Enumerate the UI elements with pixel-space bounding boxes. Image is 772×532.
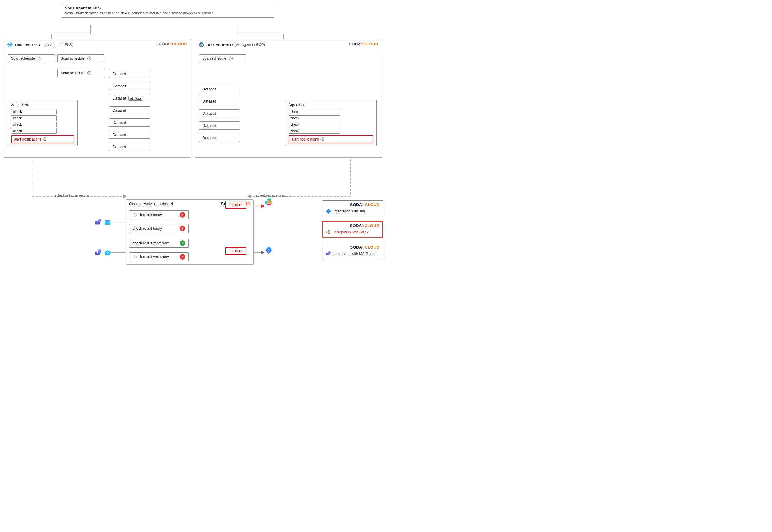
agent-box: Soda Agent in EKS Soda Library deployed … (61, 3, 274, 18)
result-1-badge: ! (180, 212, 185, 218)
incident-2[interactable]: incident (226, 247, 247, 255)
jira-icon-notif: J (265, 246, 273, 254)
slack-icon-card (326, 229, 332, 235)
check-d-4[interactable]: check (289, 128, 340, 134)
datasource-c-sub: (via Agent in EKS) (43, 43, 73, 47)
integration-teams-row: T Integration with MS Teams (325, 251, 380, 257)
alert-c-label: alert notifications (14, 137, 41, 142)
integration-slack-row: Integration with Slack (326, 229, 379, 235)
slack-icon-alert-c (43, 137, 47, 142)
dataset-c-3[interactable]: Dataset attribute (109, 94, 150, 102)
clock-icon-1 (37, 56, 42, 61)
result-2-label: check result today (132, 226, 162, 231)
soda-logo-jira: SODA':CLOUD (325, 202, 380, 207)
dataset-c-2-label: Dataset (112, 84, 126, 88)
integration-teams: SODA':CLOUD T Integration with MS Teams (322, 243, 383, 259)
scan-schedule-c-1-label: Scan schedule (11, 56, 35, 61)
diagram: Soda Agent in EKS Soda Library deployed … (0, 0, 386, 266)
check-d-1[interactable]: check (289, 109, 340, 114)
svg-point-43 (12, 44, 13, 45)
svg-text:T: T (97, 252, 98, 254)
notification-icons-4: J (265, 246, 273, 254)
svg-point-41 (10, 47, 11, 48)
scan-schedule-c-2[interactable]: Scan schedule (57, 54, 104, 62)
result-row-3[interactable]: check result yesterday ✓ (129, 239, 188, 248)
result-2-badge: ! (180, 226, 185, 231)
dataset-c-3-label: Dataset (112, 96, 126, 100)
dataset-c-1[interactable]: Dataset (109, 70, 150, 78)
teams-icon-2: T (94, 249, 102, 257)
dataset-c-2[interactable]: Dataset (109, 82, 150, 90)
postgres-icon-d: pg (198, 42, 205, 48)
dataset-d-1[interactable]: Dataset (199, 85, 240, 93)
scan-results-label-left: scheduled scan results (55, 194, 89, 197)
svg-text:J: J (268, 249, 270, 252)
check-c-4[interactable]: check (11, 128, 57, 134)
svg-rect-81 (328, 231, 329, 232)
svg-rect-61 (268, 199, 271, 201)
soda-logo-d: SODA':CLOUD (349, 42, 378, 46)
result-row-1[interactable]: check result today ! (129, 210, 188, 219)
dataset-d-5[interactable]: Dataset (199, 134, 240, 142)
check-c-1[interactable]: check (11, 109, 57, 114)
check-c-2[interactable]: check (11, 115, 57, 121)
dataset-d-3[interactable]: Dataset (199, 109, 240, 117)
svg-rect-56 (322, 137, 323, 138)
svg-rect-59 (322, 138, 323, 139)
svg-rect-58 (322, 140, 323, 141)
alert-c[interactable]: alert notifications (11, 135, 74, 143)
check-d-2[interactable]: check (289, 115, 340, 121)
result-row-4[interactable]: check result yesterday ! (129, 252, 188, 261)
dataset-c-1-label: Dataset (112, 72, 126, 76)
alert-d[interactable]: alert notifications (289, 135, 373, 143)
result-3-badge: ✓ (180, 240, 185, 246)
scan-schedule-d-1[interactable]: Scan schedule (199, 54, 246, 62)
result-1-label: check result today (132, 213, 162, 217)
scan-schedule-c-3-label: Scan schedule (61, 71, 85, 75)
result-row-2[interactable]: check result today ! (129, 224, 188, 233)
notification-icons-1 (265, 198, 274, 207)
svg-point-40 (10, 42, 11, 43)
svg-rect-69 (105, 220, 110, 225)
dataset-c-4[interactable]: Dataset (109, 106, 150, 114)
snowflake-icon-c (7, 42, 13, 48)
check-c-3[interactable]: check (11, 122, 57, 127)
svg-point-42 (7, 44, 8, 45)
dataset-c-5[interactable]: Dataset (109, 118, 150, 127)
dataset-d-2[interactable]: Dataset (199, 97, 240, 105)
agreement-d: Agreement check check check check alert … (285, 100, 377, 146)
slack-icon-notif-1 (265, 198, 274, 207)
svg-rect-55 (321, 138, 321, 140)
dataset-c-6[interactable]: Dataset (109, 131, 150, 139)
datasource-d-name: Data source D (206, 43, 233, 47)
agent-title: Soda Agent in EKS (65, 6, 270, 10)
incident-1-label: incident (230, 203, 242, 207)
notification-icons-2: T (94, 219, 111, 226)
teams-icon-1: T (94, 219, 102, 226)
clock-icon-2 (87, 56, 91, 61)
svg-rect-50 (44, 140, 46, 141)
dataset-d-5-label: Dataset (202, 135, 216, 140)
agent-subtitle: Soda Library deployed as helm chart on a… (65, 11, 270, 15)
scan-schedule-c-2-label: Scan schedule (61, 56, 85, 61)
datasource-c-section: SODA':CLOUD Data source C (via Agent in … (4, 39, 191, 158)
dataset-c-7[interactable]: Dataset (109, 143, 150, 151)
dataset-c-4-label: Dataset (112, 108, 126, 113)
result-4-label: check result yesterday (132, 255, 169, 259)
svg-point-67 (99, 219, 101, 221)
scan-schedule-c-1[interactable]: Scan schedule (8, 54, 55, 62)
dataset-d-1-label: Dataset (202, 87, 216, 91)
clock-icon-d (229, 56, 233, 61)
check-d-3[interactable]: check (289, 122, 340, 127)
jira-label: Integration with Jira (333, 209, 365, 213)
svg-rect-77 (326, 231, 327, 233)
agreement-d-label: Agreement (289, 103, 373, 107)
svg-rect-78 (328, 230, 330, 231)
scan-schedule-c-3[interactable]: Scan schedule (57, 69, 104, 77)
dataset-d-4[interactable]: Dataset (199, 121, 240, 130)
scan-schedule-d-1-label: Scan schedule (202, 56, 226, 61)
soda-logo-slack: SODA':CLOUD (326, 223, 379, 228)
slack-label: Integration with Slack (334, 230, 368, 234)
incident-1[interactable]: incident (226, 201, 247, 209)
attribute-tag: attribute (128, 96, 143, 101)
